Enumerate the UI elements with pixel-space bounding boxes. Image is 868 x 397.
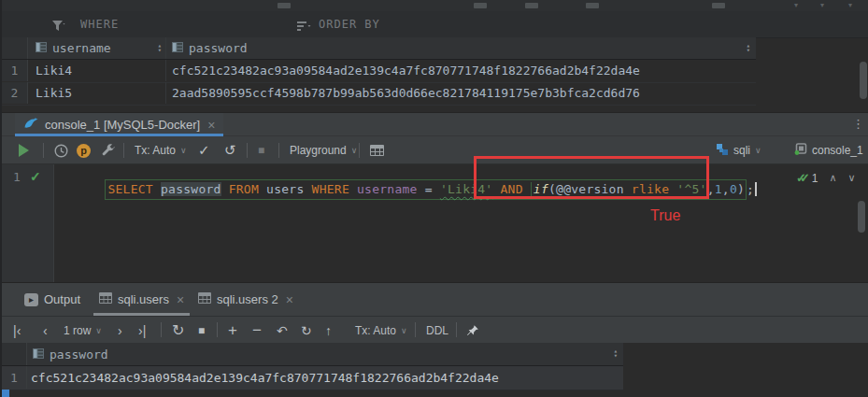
next-page-button[interactable]: › [118, 317, 122, 344]
order-by-icon[interactable] [297, 19, 311, 35]
pin-tab-icon[interactable] [466, 317, 479, 344]
toolbar-fragment-icon [277, 3, 291, 8]
sql-editor[interactable]: 1 ✓ SELECT password FROM users WHERE use… [2, 164, 868, 282]
delete-row-button[interactable]: − [252, 317, 262, 344]
cell-username[interactable]: Liki4 [28, 60, 166, 81]
console-tab-bar: console_1 [MySQL5-Docker] × ⋮ [2, 112, 868, 136]
toolbar-fragment-icon [474, 3, 487, 8]
stop-icon[interactable]: ■ [258, 136, 264, 164]
result-grid: password ▴▾ 1 cfc521c23482ac93a09584ad2e… [2, 343, 868, 397]
output-format-table-icon[interactable] [370, 136, 384, 164]
revert-icon[interactable]: ↶ [277, 317, 288, 344]
result-grid-toolbar: |‹ ‹ 1 row∨ › ›| ↻ ■ + − ↶ ↻ ↑ Tx: Auto∨… [2, 316, 868, 343]
editor-gutter: 1 ✓ [2, 164, 54, 282]
column-header-password[interactable]: password ▴▾ [27, 343, 623, 365]
reload-page-icon[interactable]: ↻ [172, 317, 184, 344]
tx-mode-dropdown[interactable]: Tx: Auto∨ [135, 136, 187, 164]
filter-fragment-icon: ▾ [820, 1, 824, 9]
vertical-scrollbar[interactable] [860, 62, 867, 99]
ddl-button[interactable]: DDL [426, 317, 448, 344]
tab-sqli-users[interactable]: sqli.users × [99, 283, 184, 316]
toolbar-fragment-icon [586, 3, 599, 8]
sort-toggle-icon[interactable]: ▴▾ [158, 44, 162, 53]
order-by-filter-field[interactable]: ORDER BY [319, 18, 380, 31]
cell-password[interactable]: cfc521c23482ac93a09584ad2e139c4a7fc87077… [166, 60, 756, 81]
add-row-button[interactable]: + [228, 317, 237, 344]
executed-statement-highlight: SELECT password FROM users WHERE usernam… [105, 179, 747, 200]
filter-fragment-icon: ▾ [794, 1, 798, 9]
toolbar-fragment-icon [525, 3, 538, 8]
column-icon [36, 41, 47, 55]
column-header-label: password [189, 41, 747, 55]
table-row: 1 Liki4 cfc521c23482ac93a09584ad2e139c4a… [2, 60, 756, 83]
line-number: 1 [13, 170, 21, 184]
row-number: 1 [2, 60, 28, 81]
column-header-password[interactable]: password ▴▾ [166, 37, 756, 59]
sort-toggle-icon[interactable]: ▴▾ [614, 349, 618, 359]
submit-icon[interactable]: ↻ [301, 317, 312, 344]
row-number: 2 [2, 82, 28, 104]
toolbar-divider [247, 143, 248, 158]
navigate-down-icon[interactable]: ∨ [848, 172, 856, 184]
table-row-selected: 1 cfc521c23482ac93a09584ad2e139c4a7fc870… [2, 366, 623, 390]
grid-header-row: password ▴▾ [2, 343, 623, 366]
commit-icon[interactable]: ✓ [198, 136, 210, 164]
toolbar-divider [161, 322, 162, 337]
grid-header-row: username ▴▾ password ▴▾ [2, 37, 756, 60]
rollback-icon[interactable]: ↺ [224, 136, 236, 164]
toolbar-divider [43, 143, 44, 158]
result-count: 1 [812, 172, 818, 185]
tab-label: sqli.users 2 [217, 292, 278, 306]
table-row: 2 Liki5 2aad5890595ccf4598b787b99ab563d0… [2, 82, 756, 106]
editor-scrollbar[interactable] [858, 201, 865, 233]
cell-password[interactable]: cfc521c23482ac93a09584ad2e139c4a7fc87077… [27, 366, 623, 389]
toolbar-divider [456, 322, 457, 337]
close-icon[interactable]: × [286, 292, 293, 307]
kebab-menu-icon[interactable]: ⋮ [852, 117, 864, 131]
table-grid-icon [99, 292, 112, 306]
query-results-grid: username ▴▾ password ▴▾ 1 Liki4 cfc521c2… [2, 37, 868, 112]
tab-console-1[interactable]: console_1 [MySQL5-Docker] × [15, 113, 223, 136]
row-number-gutter-header [2, 37, 28, 59]
page-size-dropdown[interactable]: 1 row∨ [64, 317, 102, 344]
mysql-dolphin-icon [23, 116, 39, 134]
cell-username[interactable]: Liki5 [28, 82, 166, 104]
stop-icon[interactable]: ■ [198, 317, 205, 344]
console-toolbar: p Tx: Auto∨ ✓ ↺ ■ Playground∨ sqli∨ [2, 136, 868, 164]
execution-history-icon[interactable] [54, 136, 68, 164]
execute-button[interactable] [19, 136, 29, 164]
grid-filter-bar: WHERE ORDER BY [2, 11, 868, 38]
table-grid-icon [198, 292, 211, 306]
double-check-icon: ✓✓ [796, 171, 812, 185]
previous-page-button[interactable]: ‹ [43, 317, 48, 344]
toolbar-divider [123, 143, 124, 158]
annotation-true-label: True [650, 207, 680, 224]
sort-toggle-icon[interactable]: ▴▾ [747, 44, 750, 53]
toolbar-fragment-icon [712, 3, 725, 8]
settings-wrench-icon[interactable] [101, 136, 115, 164]
close-icon[interactable]: × [207, 118, 215, 133]
playground-dropdown[interactable]: Playground∨ [290, 136, 357, 164]
profile-badge-icon[interactable]: p [77, 136, 91, 164]
column-header-username[interactable]: username ▴▾ [28, 37, 166, 59]
tab-output[interactable]: ▸ Output [24, 283, 80, 316]
datagrip-window: ▾ ▾ ▾ WHERE ORDER BY username ▴▾ [0, 0, 868, 397]
last-page-button[interactable]: ›| [138, 317, 146, 344]
statement-success-check-icon: ✓ [30, 169, 41, 184]
sql-statement-line[interactable]: SELECT password FROM users WHERE usernam… [60, 168, 757, 210]
where-filter-field[interactable]: WHERE [80, 18, 119, 31]
funnel-icon[interactable] [52, 19, 66, 35]
schema-dropdown[interactable]: sqli∨ [716, 136, 761, 164]
navigate-up-icon[interactable]: ∧ [829, 172, 836, 184]
session-dropdown[interactable]: console_1∨ [794, 136, 868, 164]
tab-label: Output [44, 292, 80, 306]
tab-sqli-users-2[interactable]: sqli.users 2 × [198, 283, 293, 316]
upload-icon[interactable]: ↑ [325, 317, 332, 344]
close-icon[interactable]: × [177, 292, 184, 307]
row-number: 1 [2, 366, 27, 389]
tab-title: console_1 [MySQL5-Docker] [45, 118, 200, 132]
first-page-button[interactable]: |‹ [13, 317, 21, 344]
tx-mode-dropdown[interactable]: Tx: Auto∨ [355, 317, 407, 344]
toolbar-divider [359, 143, 360, 158]
cell-password[interactable]: 2aad5890595ccf4598b787b99ab563d0d66ec821… [166, 82, 756, 104]
